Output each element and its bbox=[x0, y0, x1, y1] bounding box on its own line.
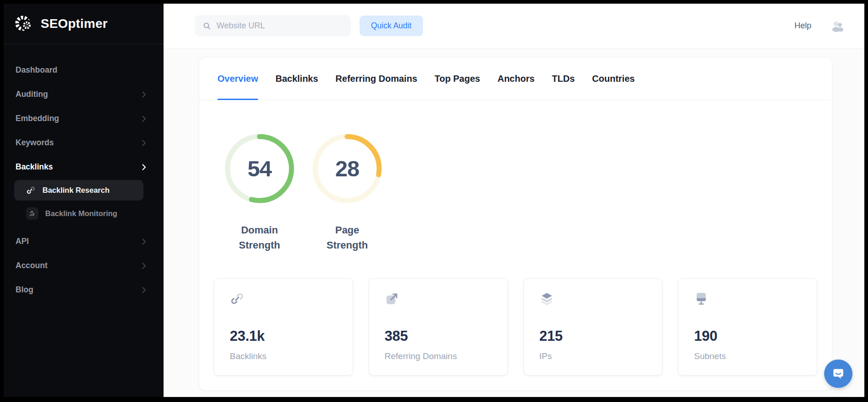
tab-tlds[interactable]: TLDs bbox=[552, 58, 575, 100]
tabs-bar: Overview Backlinks Referring Domains Top… bbox=[199, 58, 832, 100]
tab-top-pages[interactable]: Top Pages bbox=[434, 58, 480, 100]
ips-count: 215 bbox=[540, 328, 647, 344]
chevron-right-icon bbox=[142, 116, 146, 122]
sidebar-item-label: Blog bbox=[16, 285, 33, 295]
sidebar-item-label: Dashboard bbox=[16, 65, 57, 75]
link-icon bbox=[26, 185, 36, 195]
backlink-overview-card: Overview Backlinks Referring Domains Top… bbox=[199, 57, 832, 391]
domain-strength-label: Domain Strength bbox=[230, 222, 289, 253]
chevron-right-icon bbox=[142, 140, 146, 146]
sidebar-item-backlink-research[interactable]: Backlink Research bbox=[14, 180, 143, 201]
backlinks-stat-card[interactable]: 23.1k Backlinks bbox=[214, 278, 353, 376]
backlinks-count: 23.1k bbox=[230, 328, 337, 344]
sidebar-item-embedding[interactable]: Embedding bbox=[4, 106, 164, 131]
stats-row: 23.1k Backlinks 385 Referring bbox=[214, 278, 817, 376]
logo[interactable]: SEOptimer bbox=[4, 4, 164, 44]
sidebar-item-label: Keywords bbox=[16, 138, 54, 148]
website-url-input[interactable] bbox=[217, 21, 343, 31]
website-url-search[interactable] bbox=[195, 15, 351, 37]
sidebar-item-label: Auditing bbox=[16, 90, 48, 99]
chart-icon bbox=[26, 207, 38, 220]
referring-domains-count: 385 bbox=[385, 328, 492, 344]
monitor-icon bbox=[694, 291, 709, 306]
sidebar-subitem-label: Backlink Research bbox=[42, 186, 110, 195]
sidebar-item-backlinks[interactable]: Backlinks bbox=[4, 155, 164, 179]
seoptimer-gear-icon bbox=[14, 13, 35, 34]
backlinks-label: Backlinks bbox=[230, 351, 337, 361]
sidebar-subitem-label: Backlink Monitoring bbox=[45, 209, 117, 218]
sidebar-item-blog[interactable]: Blog bbox=[4, 278, 164, 302]
sidebar-item-label: Embedding bbox=[16, 114, 59, 123]
sidebar-nav: Dashboard Auditing Embedding Keywords Ba… bbox=[4, 44, 164, 302]
sidebar-item-account[interactable]: Account bbox=[4, 254, 164, 278]
backlinks-submenu: Backlink Research Backlink Monitoring bbox=[4, 179, 164, 229]
chevron-right-icon bbox=[142, 287, 146, 293]
chat-widget-button[interactable] bbox=[824, 360, 852, 388]
users-icon bbox=[831, 20, 844, 32]
sidebar-item-label: API bbox=[16, 237, 29, 246]
sidebar-item-api[interactable]: API bbox=[4, 229, 164, 254]
search-icon bbox=[203, 21, 211, 31]
layers-icon bbox=[540, 291, 554, 306]
sidebar-item-keywords[interactable]: Keywords bbox=[4, 131, 164, 155]
app-window: SEOptimer Dashboard Auditing Embedding K… bbox=[0, 0, 868, 402]
strength-gauges: 54 Domain Strength 28 bbox=[222, 131, 817, 253]
domain-strength-value: 54 bbox=[222, 131, 297, 206]
logo-text: SEOptimer bbox=[41, 16, 108, 31]
chevron-right-icon bbox=[142, 164, 146, 170]
sidebar-item-backlink-monitoring[interactable]: Backlink Monitoring bbox=[14, 203, 143, 224]
help-link[interactable]: Help bbox=[794, 21, 811, 31]
chevron-right-icon bbox=[142, 91, 146, 98]
quick-audit-button[interactable]: Quick Audit bbox=[360, 16, 423, 36]
ips-label: IPs bbox=[540, 351, 647, 361]
chevron-right-icon bbox=[142, 263, 146, 269]
ips-stat-card[interactable]: 215 IPs bbox=[524, 278, 663, 376]
sidebar-item-dashboard[interactable]: Dashboard bbox=[4, 58, 164, 82]
subnets-stat-card[interactable]: 190 Subnets bbox=[678, 278, 817, 376]
topbar: Quick Audit Help bbox=[164, 4, 864, 48]
sidebar-item-auditing[interactable]: Auditing bbox=[4, 82, 164, 106]
main-area: Quick Audit Help Overview Backlinks bbox=[164, 4, 864, 397]
chat-bubble-icon bbox=[831, 367, 845, 381]
external-link-icon bbox=[385, 291, 399, 306]
user-account-icon[interactable] bbox=[831, 20, 844, 32]
domain-strength-gauge: 54 Domain Strength bbox=[222, 131, 297, 253]
page-strength-label: Page Strength bbox=[318, 222, 377, 253]
tab-backlinks[interactable]: Backlinks bbox=[275, 58, 318, 100]
referring-domains-label: Referring Domains bbox=[385, 351, 492, 361]
chevron-right-icon bbox=[142, 238, 146, 245]
tab-anchors[interactable]: Anchors bbox=[498, 58, 535, 100]
tab-referring-domains[interactable]: Referring Domains bbox=[335, 58, 417, 100]
tab-countries[interactable]: Countries bbox=[592, 58, 635, 100]
sidebar-item-label: Backlinks bbox=[16, 162, 53, 172]
tab-overview[interactable]: Overview bbox=[217, 58, 258, 100]
subnets-label: Subnets bbox=[694, 351, 801, 361]
content-area: Overview Backlinks Referring Domains Top… bbox=[164, 48, 864, 397]
link-icon bbox=[230, 291, 244, 306]
page-strength-gauge: 28 Page Strength bbox=[310, 131, 385, 253]
subnets-count: 190 bbox=[694, 328, 801, 344]
sidebar-item-label: Account bbox=[16, 261, 48, 270]
sidebar: SEOptimer Dashboard Auditing Embedding K… bbox=[4, 4, 164, 397]
referring-domains-stat-card[interactable]: 385 Referring Domains bbox=[369, 278, 508, 376]
page-strength-value: 28 bbox=[310, 131, 385, 206]
